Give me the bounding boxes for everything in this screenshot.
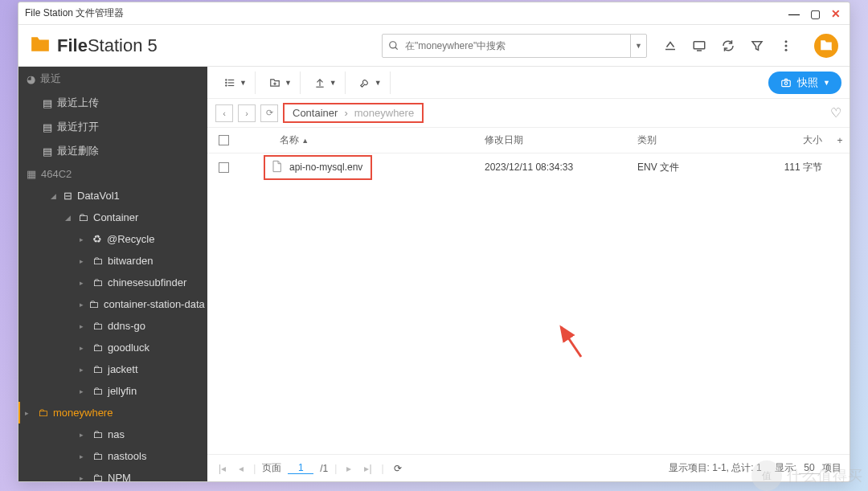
tools-button[interactable]: ▼ xyxy=(350,72,391,94)
breadcrumb-bar: ‹ › ⟳ Container › moneywhere ♡ xyxy=(207,99,850,128)
avatar[interactable] xyxy=(814,34,838,58)
svg-point-11 xyxy=(226,79,227,80)
search-input[interactable] xyxy=(405,40,630,51)
remote-icon[interactable] xyxy=(690,37,708,55)
sidebar-recent-open[interactable]: ▤最近打开 xyxy=(18,115,207,139)
sidebar-folder-chinesesubfinder[interactable]: ▸🗀chinesesubfinder xyxy=(18,272,207,293)
select-all-checkbox[interactable] xyxy=(219,135,229,145)
tasks-icon[interactable] xyxy=(661,37,679,55)
sidebar-folder-container-station-data[interactable]: ▸🗀container-station-data xyxy=(18,293,207,315)
file-date: 2023/12/11 08:34:33 xyxy=(485,162,637,173)
table-row[interactable]: api-no-mysql.env 2023/12/11 08:34:33 ENV… xyxy=(207,153,850,181)
search-icon xyxy=(383,40,405,51)
sidebar-folder-moneywhere[interactable]: ▸🗀moneywhere xyxy=(18,402,207,423)
svg-point-0 xyxy=(390,41,396,47)
sidebar-folder-nas[interactable]: ▸🗀nas xyxy=(18,423,207,445)
app-header: FileStation 5 ▼ xyxy=(18,25,850,67)
col-date[interactable]: 修改日期 xyxy=(485,133,637,147)
sidebar-container[interactable]: ◢🗀Container xyxy=(18,207,207,228)
row-checkbox[interactable] xyxy=(219,162,229,173)
svg-point-13 xyxy=(226,84,227,85)
pager: |◂ ◂ | 页面 /1 | ▸ ▸| | ⟳ 显示项目: 1-1, 总计: 1… xyxy=(207,454,850,481)
maximize-button[interactable]: ▢ xyxy=(808,6,822,21)
page-size-select[interactable]: 50 xyxy=(799,462,819,474)
main-panel: ▼ ▼ ▼ ▼ 快照▼ ‹ › ⟳ Container › moneywhere… xyxy=(207,67,850,481)
file-name: api-no-mysql.env xyxy=(289,162,362,173)
minimize-button[interactable]: — xyxy=(787,6,801,21)
search-dropdown[interactable]: ▼ xyxy=(630,35,646,57)
annotation-arrow xyxy=(553,321,585,361)
file-icon xyxy=(270,159,283,176)
sidebar-folder-jellyfin[interactable]: ▸🗀jellyfin xyxy=(18,380,207,402)
page-first-button[interactable]: |◂ xyxy=(215,463,229,474)
page-refresh-button[interactable]: ⟳ xyxy=(391,463,405,474)
svg-point-3 xyxy=(785,40,788,43)
snapshot-button[interactable]: 快照▼ xyxy=(768,72,841,94)
file-type: ENV 文件 xyxy=(637,161,766,174)
svg-point-19 xyxy=(784,81,788,84)
upload-button[interactable]: ▼ xyxy=(305,72,346,94)
sidebar-folder-bitwarden[interactable]: ▸🗀bitwarden xyxy=(18,250,207,272)
svg-point-5 xyxy=(785,48,788,51)
nav-back-button[interactable]: ‹ xyxy=(215,104,233,122)
breadcrumb-current: moneywhere xyxy=(354,107,414,119)
svg-point-4 xyxy=(785,44,788,47)
app-window: File Station 文件管理器 — ▢ ✕ FileStation 5 ▼ xyxy=(18,2,850,482)
svg-rect-2 xyxy=(694,41,705,48)
col-name[interactable]: 名称 ▲ xyxy=(240,133,485,147)
sidebar-folder-npm[interactable]: ▸🗀NPM xyxy=(18,467,207,481)
sidebar-folder-goodluck[interactable]: ▸🗀goodluck xyxy=(18,337,207,358)
sidebar-folder-recycle[interactable]: ▸♻@Recycle xyxy=(18,228,207,250)
column-headers: 名称 ▲ 修改日期 类别 大小 + xyxy=(207,128,850,153)
sidebar-recent-upload[interactable]: ▤最近上传 xyxy=(18,91,207,115)
sidebar-folder-jackett[interactable]: ▸🗀jackett xyxy=(18,358,207,380)
col-type[interactable]: 类别 xyxy=(637,133,766,147)
sidebar-folder-ddns-go[interactable]: ▸🗀ddns-go xyxy=(18,315,207,337)
page-last-button[interactable]: ▸| xyxy=(361,463,375,474)
window-controls: — ▢ ✕ xyxy=(787,6,843,21)
sidebar-recent-delete[interactable]: ▤最近删除 xyxy=(18,139,207,163)
page-input[interactable] xyxy=(288,462,313,474)
breadcrumb: Container › moneywhere xyxy=(283,103,424,123)
add-column-button[interactable]: + xyxy=(830,135,850,146)
svg-point-12 xyxy=(226,82,227,83)
svg-line-1 xyxy=(395,47,398,49)
nav-refresh-button[interactable]: ⟳ xyxy=(260,104,278,122)
sidebar-volume[interactable]: ◢⊟DataVol1 xyxy=(18,185,207,207)
file-list: api-no-mysql.env 2023/12/11 08:34:33 ENV… xyxy=(207,153,850,454)
titlebar: File Station 文件管理器 — ▢ ✕ xyxy=(18,2,850,25)
chevron-right-icon: › xyxy=(344,107,347,119)
sidebar-recent-header[interactable]: ◕最近 xyxy=(18,67,207,91)
app-body: ◕最近 ▤最近上传 ▤最近打开 ▤最近删除 ▦464C2 ◢⊟DataVol1 … xyxy=(18,67,850,481)
search-box[interactable]: ▼ xyxy=(382,34,647,58)
sidebar: ◕最近 ▤最近上传 ▤最近打开 ▤最近删除 ▦464C2 ◢⊟DataVol1 … xyxy=(18,67,207,481)
header-actions xyxy=(661,34,838,58)
view-mode-button[interactable]: ▼ xyxy=(215,72,256,94)
close-button[interactable]: ✕ xyxy=(829,6,843,21)
toolbar: ▼ ▼ ▼ ▼ 快照▼ xyxy=(207,67,850,99)
sidebar-folder-nastools[interactable]: ▸🗀nastools xyxy=(18,445,207,467)
page-total: /1 xyxy=(320,463,328,474)
more-icon[interactable] xyxy=(777,37,795,55)
file-size: 111 字节 xyxy=(766,161,830,174)
window-title: File Station 文件管理器 xyxy=(25,6,787,20)
page-label: 页面 xyxy=(262,461,281,475)
app-name: FileStation 5 xyxy=(57,35,158,56)
app-logo: FileStation 5 xyxy=(30,35,158,56)
filter-icon[interactable] xyxy=(748,37,766,55)
pager-status: 显示项目: 1-1, 总计: 1 xyxy=(669,461,762,475)
folder-icon xyxy=(30,35,51,56)
col-size[interactable]: 大小 xyxy=(766,133,830,147)
nav-forward-button[interactable]: › xyxy=(238,104,256,122)
svg-line-20 xyxy=(561,327,581,357)
create-button[interactable]: ▼ xyxy=(260,72,301,94)
sidebar-volume-group[interactable]: ▦464C2 xyxy=(18,163,207,185)
page-prev-button[interactable]: ◂ xyxy=(235,463,247,474)
favorite-button[interactable]: ♡ xyxy=(830,105,841,121)
svg-rect-18 xyxy=(782,80,791,87)
page-next-button[interactable]: ▸ xyxy=(343,463,354,474)
refresh-icon[interactable] xyxy=(719,37,737,55)
breadcrumb-parent[interactable]: Container xyxy=(293,107,338,119)
